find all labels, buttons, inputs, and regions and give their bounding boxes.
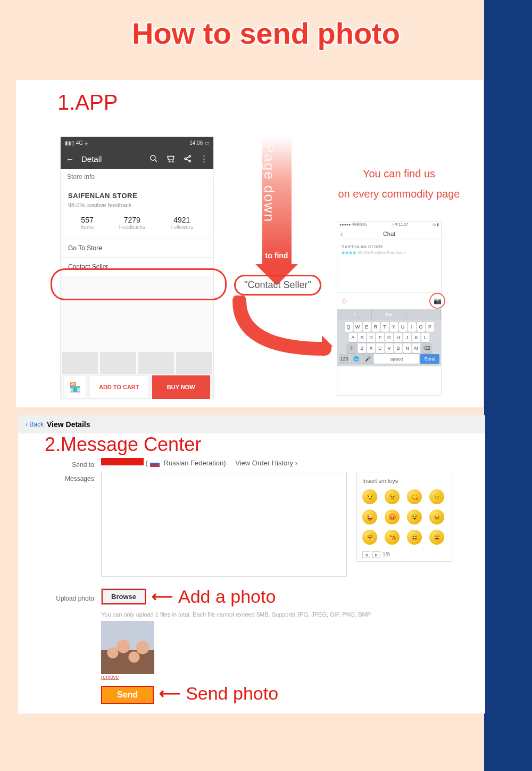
uploaded-photo-thumb[interactable] [101, 621, 154, 674]
key-x[interactable]: X [367, 343, 375, 353]
key-m[interactable]: M [412, 343, 420, 353]
contact-seller-row[interactable]: Contact Seller [61, 258, 213, 276]
phone2-nav-bar: ‹ Chat [337, 228, 441, 240]
stat-followers-value: 4921 [170, 216, 193, 224]
smiley-icon[interactable]: 🤗 [362, 530, 377, 545]
key-g[interactable]: G [385, 333, 393, 342]
shop-icon[interactable]: 🏪 [64, 375, 86, 399]
key-l[interactable]: L [421, 333, 429, 342]
smiley-icon[interactable]: 😏 [362, 489, 377, 504]
key-w[interactable]: W [354, 322, 362, 332]
smiley-icon[interactable]: 😆 [407, 530, 422, 545]
side-note: You can find us on every commodity page [319, 163, 479, 204]
view-order-history-link[interactable]: View Order History › [235, 459, 297, 467]
search-icon[interactable] [149, 154, 159, 163]
chat-store-name: SAIFENLAN STORE [337, 240, 441, 250]
svg-point-3 [169, 161, 170, 162]
go-to-store-row[interactable]: Go To Store [61, 239, 213, 258]
smiley-icon[interactable]: 😩 [429, 530, 444, 545]
smiley-icon[interactable]: 😖 [429, 510, 444, 524]
cart-icon[interactable] [166, 154, 176, 163]
diamond-icon: ◆◆◆◆ [342, 250, 356, 255]
pager-prev[interactable]: ◂ [362, 551, 370, 558]
store-info-label: Store Info [61, 169, 213, 184]
key-p[interactable]: P [426, 322, 434, 332]
smiley-icon[interactable]: 😡 [385, 510, 400, 524]
svg-point-7 [189, 160, 190, 162]
key-d[interactable]: D [367, 333, 375, 342]
upload-label: Upload photo: [45, 592, 101, 602]
back-icon[interactable]: ← [66, 154, 74, 163]
messages-label: Messages: [45, 472, 101, 482]
key-v[interactable]: V [385, 343, 393, 353]
send-row: Send ⟵ Send photo [45, 683, 475, 704]
stat-followers[interactable]: 4921 Followers [170, 216, 193, 230]
key-a[interactable]: A [349, 333, 357, 342]
space-key[interactable]: space [374, 354, 419, 364]
more-icon[interactable]: ⋮ [200, 154, 208, 163]
side-note-line2: on every commodity page [319, 184, 479, 204]
send-button[interactable]: Send [101, 686, 154, 704]
message-textarea[interactable] [101, 472, 347, 577]
smiley-icon[interactable]: 😉 [385, 489, 400, 504]
camera-icon[interactable]: 📷 [429, 293, 445, 309]
recipient-redacted [101, 458, 144, 465]
key-b[interactable]: B [394, 343, 402, 353]
key-t[interactable]: T [381, 322, 389, 332]
key-s[interactable]: S [358, 333, 366, 342]
stat-followers-label: Followers [170, 224, 193, 230]
send-photo-annotation: Send photo [186, 683, 278, 704]
pager-next[interactable]: ▸ [372, 551, 380, 558]
key-q[interactable]: Q [345, 322, 353, 332]
key-h[interactable]: H [394, 333, 402, 342]
chat-back-icon[interactable]: ‹ [340, 229, 343, 238]
key-y[interactable]: Y [390, 322, 398, 332]
back-link[interactable]: ‹ Back [26, 421, 44, 428]
backspace-key[interactable]: ⌫ [421, 343, 432, 353]
emoji-icon[interactable]: ☺ [340, 297, 348, 305]
smiley-icon[interactable]: 😐 [429, 489, 444, 504]
keyboard-send-key[interactable]: Send [420, 354, 439, 364]
key-n[interactable]: N [403, 343, 411, 353]
chat-input-bar: ☺ 📷 [337, 292, 441, 309]
key-f[interactable]: F [376, 333, 384, 342]
smiley-icon[interactable]: 😋 [407, 489, 422, 504]
globe-key[interactable]: 🌐 [351, 354, 361, 364]
key-k[interactable]: K [412, 333, 420, 342]
svg-point-6 [189, 155, 190, 157]
sugg-2[interactable]: The [372, 309, 406, 320]
remove-link[interactable]: remove [101, 674, 371, 680]
phone2-carrier: ●●●●● 中国移动 [339, 222, 367, 227]
stat-items[interactable]: 557 Items [81, 216, 94, 230]
buy-now-button[interactable]: BUY NOW [152, 375, 211, 399]
stat-feedbacks-value: 7279 [119, 216, 145, 224]
mic-key[interactable]: 🎤 [362, 354, 373, 364]
key-e[interactable]: E [363, 322, 371, 332]
add-to-cart-button[interactable]: ADD TO CART [89, 375, 149, 399]
sugg-1[interactable]: I [337, 309, 372, 320]
arrow-body: to find [262, 136, 292, 264]
num-key[interactable]: 123 [339, 354, 350, 364]
share-icon[interactable] [183, 154, 193, 163]
shift-key[interactable]: ⇧ [346, 343, 357, 353]
svg-point-4 [172, 161, 173, 162]
add-photo-annotation: Add a photo [178, 586, 276, 607]
sugg-3[interactable] [406, 309, 441, 320]
key-r[interactable]: R [372, 322, 380, 332]
phone1-title: Detail [81, 154, 142, 163]
stat-feedbacks[interactable]: 7279 Feedbacks [119, 216, 145, 230]
smiley-icon[interactable]: 😘 [385, 530, 400, 545]
key-z[interactable]: Z [358, 343, 366, 353]
smiley-icon[interactable]: 😵 [407, 510, 422, 524]
key-o[interactable]: O [417, 322, 425, 332]
mc-header: ‹ Back View Details [18, 415, 485, 433]
phone1-status-bar: ▮▮▯ 4G ⏚ 14:06 ▭ [61, 137, 213, 149]
smiley-icon[interactable]: 😜 [362, 510, 377, 524]
key-i[interactable]: I [408, 322, 416, 332]
key-j[interactable]: J [403, 333, 411, 342]
key-u[interactable]: U [399, 322, 407, 332]
key-c[interactable]: C [376, 343, 384, 353]
pager-count: 1/9 [383, 552, 390, 557]
send-to-label: Send to: [45, 458, 101, 469]
browse-button[interactable]: Browse [102, 589, 146, 604]
